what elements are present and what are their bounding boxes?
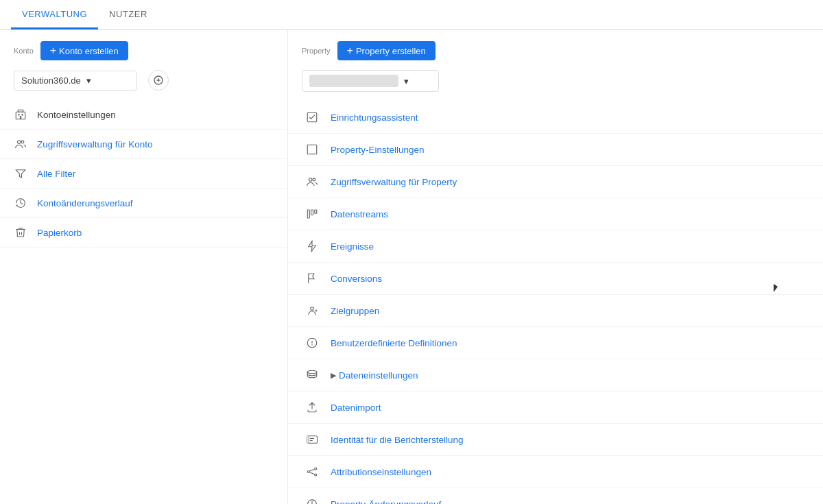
- konto-section-header: Konto + Konto erstellen: [0, 30, 287, 66]
- svg-rect-18: [311, 210, 313, 215]
- definitions-icon: [305, 335, 320, 350]
- menu-item-zugriffsverwaltung[interactable]: Zugriffsverwaltung für Konto: [0, 130, 287, 159]
- property-create-button[interactable]: + Property erstellen: [337, 41, 436, 60]
- filter-icon: [14, 167, 27, 180]
- ereignisse-label: Ereignisse: [331, 241, 374, 252]
- svg-point-20: [311, 307, 314, 311]
- chevron-down-icon-property: ▾: [404, 76, 431, 86]
- menu-item-alle-filter[interactable]: Alle Filter: [0, 159, 287, 189]
- svg-point-32: [307, 471, 309, 473]
- zugriffsverwaltung-property-label: Zugriffsverwaltung für Property: [331, 177, 457, 187]
- svg-point-16: [313, 178, 315, 181]
- svg-point-33: [315, 468, 317, 470]
- data-settings-icon: [305, 368, 320, 383]
- svg-point-25: [311, 344, 313, 346]
- svg-point-34: [315, 474, 317, 476]
- top-navigation: VERWALTUNG NUTZER: [0, 0, 823, 30]
- svg-rect-19: [315, 210, 317, 213]
- konto-dropdown-section: Solution360.de ▾: [0, 66, 287, 95]
- property-einstellungen-label: Property-Einstellungen: [331, 145, 425, 155]
- konto-dropdown[interactable]: Solution360.de ▾: [14, 71, 137, 91]
- benutzerdefinierte-label: Benutzerdefinierte Definitionen: [331, 338, 457, 348]
- menu-item-kontoeinstellungen[interactable]: Kontoeinstellungen: [0, 100, 287, 130]
- menu-item-property-einstellungen[interactable]: Property-Einstellungen: [288, 134, 823, 166]
- menu-item-identitaet[interactable]: Identität für die Berichterstellung: [288, 424, 823, 456]
- menu-item-ereignisse[interactable]: Ereignisse: [288, 230, 823, 263]
- property-dropdown[interactable]: ▾: [302, 70, 439, 92]
- svg-rect-4: [18, 110, 23, 112]
- svg-rect-7: [20, 116, 21, 119]
- streams-icon: [305, 206, 320, 221]
- plus-icon-property: +: [347, 45, 353, 56]
- menu-item-dateneinstellungen[interactable]: ▶ Dateneinstellungen: [288, 359, 823, 392]
- menu-item-benutzerdefinierte[interactable]: Benutzerdefinierte Definitionen: [288, 327, 823, 359]
- svg-rect-14: [307, 145, 317, 154]
- chevron-down-icon: ▾: [86, 75, 130, 86]
- svg-rect-17: [307, 210, 309, 218]
- audience-icon: [305, 303, 320, 318]
- svg-point-15: [309, 178, 313, 182]
- property-dropdown-section: ▾: [288, 66, 823, 96]
- zugriffsverwaltung-label: Zugriffsverwaltung für Konto: [37, 139, 153, 149]
- identity-icon: [305, 432, 320, 447]
- menu-item-datenstreams[interactable]: Datenstreams: [288, 198, 823, 230]
- svg-point-9: [21, 141, 24, 143]
- svg-rect-5: [18, 114, 19, 115]
- menu-item-datenimport[interactable]: Datenimport: [288, 392, 823, 424]
- conversions-label: Conversions: [331, 274, 382, 284]
- people2-icon: [305, 174, 320, 189]
- dateneinstellungen-label: ▶ Dateneinstellungen: [331, 370, 418, 381]
- checkbox-icon: [305, 110, 320, 125]
- identitaet-label: Identität für die Berichterstellung: [331, 435, 464, 445]
- flag-icon: [305, 271, 320, 286]
- attribution-icon: [305, 464, 320, 479]
- menu-item-kontoaenderung[interactable]: Kontoänderungsverlauf: [0, 189, 287, 218]
- svg-line-35: [309, 469, 315, 471]
- tab-verwaltung[interactable]: VERWALTUNG: [11, 1, 98, 29]
- alle-filter-label: Alle Filter: [37, 169, 75, 179]
- property-section-header: Property + Property erstellen: [288, 30, 823, 66]
- datenstreams-label: Datenstreams: [331, 209, 388, 219]
- lightning-icon: [305, 239, 320, 254]
- svg-rect-30: [307, 436, 309, 444]
- menu-item-einrichtungsassistent[interactable]: Einrichtungsassistent: [288, 101, 823, 134]
- tab-nutzer[interactable]: NUTZER: [98, 1, 158, 29]
- menu-item-property-aenderung[interactable]: Property-Änderungsverlauf: [288, 488, 823, 504]
- upload-icon: [305, 400, 320, 415]
- svg-marker-10: [16, 170, 25, 178]
- menu-item-conversions[interactable]: Conversions: [288, 263, 823, 295]
- einrichtungsassistent-label: Einrichtungsassistent: [331, 112, 418, 123]
- svg-point-26: [307, 370, 317, 374]
- main-layout: Konto + Konto erstellen Solution360.de ▾: [0, 30, 823, 504]
- attributionseinstellungen-label: Attributionseinstellungen: [331, 467, 431, 477]
- zielgruppen-label: Zielgruppen: [331, 306, 379, 316]
- plus-icon: +: [50, 45, 56, 56]
- plus-circle-icon: [153, 75, 164, 86]
- menu-item-papierkorb[interactable]: Papierkorb: [0, 218, 287, 248]
- datenimport-label: Datenimport: [331, 403, 381, 413]
- svg-rect-6: [22, 114, 23, 115]
- people-icon: [14, 137, 27, 151]
- property-aenderung-label: Property-Änderungsverlauf: [331, 499, 441, 505]
- menu-item-zielgruppen[interactable]: Zielgruppen: [288, 295, 823, 327]
- history-icon: [14, 196, 27, 210]
- konto-create-button[interactable]: + Konto erstellen: [40, 41, 128, 60]
- kontoeinstellungen-label: Kontoeinstellungen: [37, 110, 116, 120]
- svg-line-36: [309, 472, 315, 475]
- property-value-blurred: [309, 75, 398, 87]
- konto-label: Konto: [14, 47, 34, 55]
- property-label: Property: [302, 47, 331, 55]
- building-icon: [14, 108, 27, 121]
- menu-item-zugriffsverwaltung-property[interactable]: Zugriffsverwaltung für Property: [288, 166, 823, 198]
- trash-icon: [14, 226, 27, 239]
- add-column-button[interactable]: [148, 70, 169, 91]
- history2-icon: [305, 496, 320, 504]
- expand-arrow-icon: ▶: [331, 371, 336, 380]
- right-panel: Property + Property erstellen ▾ Einricht…: [288, 30, 823, 504]
- papierkorb-label: Papierkorb: [37, 228, 82, 238]
- left-panel: Konto + Konto erstellen Solution360.de ▾: [0, 30, 288, 504]
- menu-item-attributionseinstellungen[interactable]: Attributionseinstellungen: [288, 456, 823, 488]
- svg-point-8: [18, 141, 21, 144]
- square-icon: [305, 142, 320, 157]
- kontoaenderung-label: Kontoänderungsverlauf: [37, 198, 133, 208]
